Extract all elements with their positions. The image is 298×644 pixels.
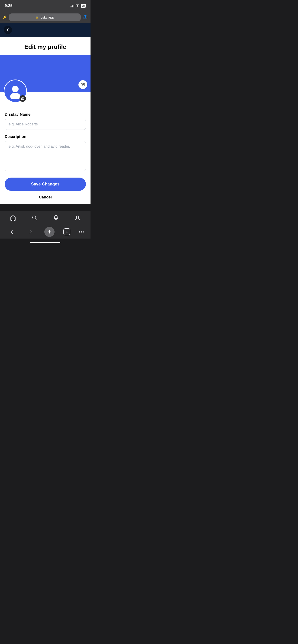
signal-icon <box>70 4 74 8</box>
display-name-input[interactable] <box>5 119 86 130</box>
back-button[interactable] <box>4 26 12 34</box>
svg-point-0 <box>82 84 84 85</box>
app-bottom-nav <box>0 211 91 225</box>
display-name-label: Display Name <box>5 112 86 117</box>
more-options-button[interactable] <box>79 231 84 232</box>
nav-header <box>0 23 91 37</box>
main-content: Edit my profile <box>0 37 91 204</box>
banner-camera-button[interactable] <box>79 80 87 89</box>
tab-count-button[interactable]: 1 <box>63 228 70 235</box>
svg-point-5 <box>76 216 79 218</box>
status-bar: 9:25 58 <box>0 0 91 12</box>
display-name-group: Display Name <box>5 112 86 130</box>
nav-home-button[interactable] <box>7 212 19 224</box>
wifi-icon <box>76 4 79 8</box>
lock-icon: 🔒 <box>36 16 39 19</box>
key-icon: 🔑 <box>3 16 7 19</box>
browser-back-button[interactable] <box>7 227 17 237</box>
avatar-area <box>0 92 91 108</box>
form-area: Display Name Description <box>0 108 91 172</box>
description-label: Description <box>5 134 86 139</box>
browser-bar: 🔑 🔒 bsky.app <box>0 12 91 23</box>
svg-point-2 <box>10 93 21 99</box>
status-time: 9:25 <box>5 4 13 8</box>
nav-profile-button[interactable] <box>72 212 83 224</box>
new-tab-button[interactable] <box>44 227 55 237</box>
description-group: Description <box>5 134 86 172</box>
nav-notifications-button[interactable] <box>50 212 62 224</box>
url-bar[interactable]: 🔒 bsky.app <box>9 14 81 21</box>
home-indicator <box>0 238 91 246</box>
home-indicator-bar <box>30 242 60 243</box>
nav-search-button[interactable] <box>29 212 40 224</box>
svg-point-1 <box>12 86 19 92</box>
avatar-camera-button[interactable] <box>20 95 26 102</box>
cancel-button[interactable]: Cancel <box>0 191 91 204</box>
tab-count: 1 <box>66 230 68 234</box>
battery-indicator: 58 <box>81 4 86 8</box>
share-icon[interactable] <box>83 14 88 20</box>
browser-controls: 1 <box>0 225 91 238</box>
page-title: Edit my profile <box>0 37 91 55</box>
svg-point-3 <box>22 98 23 99</box>
save-changes-button[interactable]: Save Changes <box>5 178 86 191</box>
browser-forward-button[interactable] <box>26 227 36 237</box>
description-input[interactable] <box>5 141 86 171</box>
avatar-wrapper <box>4 80 27 103</box>
status-icons: 58 <box>70 4 86 8</box>
url-text: bsky.app <box>40 15 54 19</box>
